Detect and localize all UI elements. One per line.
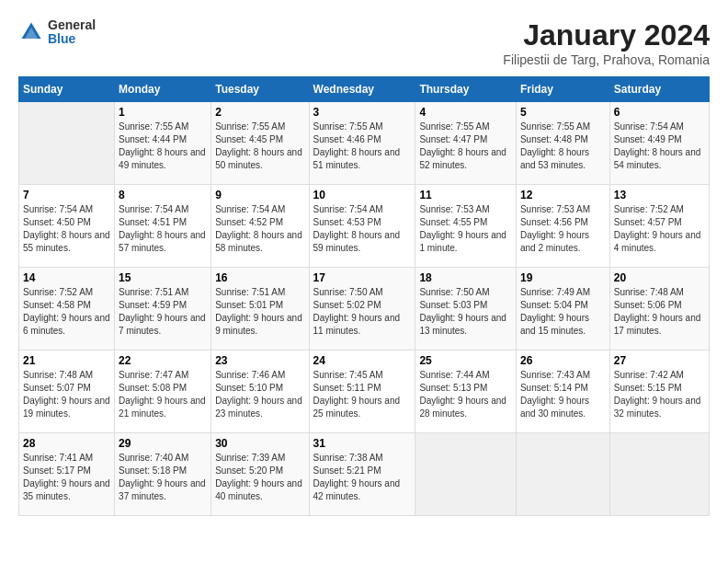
calendar-cell: 27Sunrise: 7:42 AM Sunset: 5:15 PM Dayli… <box>609 350 709 433</box>
calendar-cell: 16Sunrise: 7:51 AM Sunset: 5:01 PM Dayli… <box>211 268 309 350</box>
cell-info: Sunrise: 7:40 AM Sunset: 5:18 PM Dayligh… <box>119 452 207 503</box>
logo-text: General Blue <box>48 18 96 47</box>
cell-info: Sunrise: 7:49 AM Sunset: 5:04 PM Dayligh… <box>520 286 606 338</box>
column-header-friday: Friday <box>516 77 609 102</box>
cell-info: Sunrise: 7:46 AM Sunset: 5:10 PM Dayligh… <box>215 369 304 420</box>
day-number: 31 <box>313 437 412 450</box>
cell-info: Sunrise: 7:51 AM Sunset: 5:01 PM Dayligh… <box>215 286 304 338</box>
calendar-cell: 15Sunrise: 7:51 AM Sunset: 4:59 PM Dayli… <box>115 268 211 350</box>
calendar-cell <box>516 433 609 516</box>
cell-info: Sunrise: 7:52 AM Sunset: 4:58 PM Dayligh… <box>23 286 110 338</box>
calendar-week-row: 7Sunrise: 7:54 AM Sunset: 4:50 PM Daylig… <box>19 185 710 268</box>
calendar-cell: 20Sunrise: 7:48 AM Sunset: 5:06 PM Dayli… <box>609 268 709 350</box>
cell-info: Sunrise: 7:55 AM Sunset: 4:48 PM Dayligh… <box>520 121 606 172</box>
cell-info: Sunrise: 7:55 AM Sunset: 4:46 PM Dayligh… <box>313 121 412 172</box>
calendar-cell: 26Sunrise: 7:43 AM Sunset: 5:14 PM Dayli… <box>516 350 609 433</box>
calendar-table: SundayMondayTuesdayWednesdayThursdayFrid… <box>18 76 710 516</box>
day-number: 29 <box>119 437 207 450</box>
cell-info: Sunrise: 7:55 AM Sunset: 4:44 PM Dayligh… <box>119 121 207 172</box>
cell-info: Sunrise: 7:53 AM Sunset: 4:55 PM Dayligh… <box>419 203 512 255</box>
cell-info: Sunrise: 7:52 AM Sunset: 4:57 PM Dayligh… <box>614 203 705 255</box>
day-number: 2 <box>215 106 304 119</box>
cell-info: Sunrise: 7:38 AM Sunset: 5:21 PM Dayligh… <box>313 452 412 503</box>
cell-info: Sunrise: 7:53 AM Sunset: 4:56 PM Dayligh… <box>520 203 606 255</box>
calendar-cell: 8Sunrise: 7:54 AM Sunset: 4:51 PM Daylig… <box>115 185 211 268</box>
cell-info: Sunrise: 7:47 AM Sunset: 5:08 PM Dayligh… <box>119 369 207 420</box>
calendar-cell <box>609 433 709 516</box>
column-header-tuesday: Tuesday <box>211 77 309 102</box>
page-header: General Blue January 2024 Filipestii de … <box>18 18 710 67</box>
cell-info: Sunrise: 7:43 AM Sunset: 5:14 PM Dayligh… <box>520 369 606 420</box>
cell-info: Sunrise: 7:51 AM Sunset: 4:59 PM Dayligh… <box>119 286 207 338</box>
calendar-cell: 14Sunrise: 7:52 AM Sunset: 4:58 PM Dayli… <box>19 268 115 350</box>
calendar-cell: 25Sunrise: 7:44 AM Sunset: 5:13 PM Dayli… <box>415 350 517 433</box>
calendar-cell: 24Sunrise: 7:45 AM Sunset: 5:11 PM Dayli… <box>309 350 415 433</box>
calendar-cell: 3Sunrise: 7:55 AM Sunset: 4:46 PM Daylig… <box>309 102 415 185</box>
day-number: 18 <box>419 271 512 284</box>
calendar-cell: 19Sunrise: 7:49 AM Sunset: 5:04 PM Dayli… <box>516 268 609 350</box>
calendar-cell: 2Sunrise: 7:55 AM Sunset: 4:45 PM Daylig… <box>211 102 309 185</box>
calendar-cell: 17Sunrise: 7:50 AM Sunset: 5:02 PM Dayli… <box>309 268 415 350</box>
logo-icon <box>18 19 44 45</box>
day-number: 24 <box>313 354 412 367</box>
day-number: 17 <box>313 271 412 284</box>
calendar-cell: 11Sunrise: 7:53 AM Sunset: 4:55 PM Dayli… <box>415 185 517 268</box>
day-number: 8 <box>119 189 207 201</box>
calendar-week-row: 14Sunrise: 7:52 AM Sunset: 4:58 PM Dayli… <box>19 268 710 350</box>
day-number: 27 <box>614 354 705 367</box>
cell-info: Sunrise: 7:54 AM Sunset: 4:52 PM Dayligh… <box>215 203 304 255</box>
calendar-cell: 21Sunrise: 7:48 AM Sunset: 5:07 PM Dayli… <box>19 350 115 433</box>
cell-info: Sunrise: 7:48 AM Sunset: 5:07 PM Dayligh… <box>23 369 110 420</box>
calendar-cell: 9Sunrise: 7:54 AM Sunset: 4:52 PM Daylig… <box>211 185 309 268</box>
calendar-cell: 22Sunrise: 7:47 AM Sunset: 5:08 PM Dayli… <box>115 350 211 433</box>
calendar-cell: 12Sunrise: 7:53 AM Sunset: 4:56 PM Dayli… <box>516 185 609 268</box>
location-subtitle: Filipestii de Targ, Prahova, Romania <box>503 52 710 67</box>
calendar-cell <box>415 433 517 516</box>
day-number: 5 <box>520 106 606 119</box>
calendar-cell: 30Sunrise: 7:39 AM Sunset: 5:20 PM Dayli… <box>211 433 309 516</box>
calendar-cell: 18Sunrise: 7:50 AM Sunset: 5:03 PM Dayli… <box>415 268 517 350</box>
cell-info: Sunrise: 7:39 AM Sunset: 5:20 PM Dayligh… <box>215 452 304 503</box>
day-number: 19 <box>520 271 606 284</box>
day-number: 23 <box>215 354 304 367</box>
day-number: 21 <box>23 354 110 367</box>
title-section: January 2024 Filipestii de Targ, Prahova… <box>503 18 710 67</box>
logo: General Blue <box>18 18 96 47</box>
day-number: 28 <box>23 437 110 450</box>
column-header-sunday: Sunday <box>19 77 115 102</box>
calendar-cell: 10Sunrise: 7:54 AM Sunset: 4:53 PM Dayli… <box>309 185 415 268</box>
cell-info: Sunrise: 7:54 AM Sunset: 4:51 PM Dayligh… <box>119 203 207 255</box>
logo-general: General <box>48 18 96 32</box>
calendar-cell: 28Sunrise: 7:41 AM Sunset: 5:17 PM Dayli… <box>19 433 115 516</box>
calendar-cell: 7Sunrise: 7:54 AM Sunset: 4:50 PM Daylig… <box>19 185 115 268</box>
cell-info: Sunrise: 7:55 AM Sunset: 4:45 PM Dayligh… <box>215 121 304 172</box>
day-number: 10 <box>313 189 412 201</box>
calendar-header-row: SundayMondayTuesdayWednesdayThursdayFrid… <box>19 77 710 102</box>
column-header-monday: Monday <box>115 77 211 102</box>
calendar-cell: 4Sunrise: 7:55 AM Sunset: 4:47 PM Daylig… <box>415 102 517 185</box>
month-title: January 2024 <box>503 18 710 52</box>
day-number: 16 <box>215 271 304 284</box>
cell-info: Sunrise: 7:44 AM Sunset: 5:13 PM Dayligh… <box>419 369 512 420</box>
calendar-cell: 6Sunrise: 7:54 AM Sunset: 4:49 PM Daylig… <box>609 102 709 185</box>
day-number: 20 <box>614 271 705 284</box>
cell-info: Sunrise: 7:50 AM Sunset: 5:02 PM Dayligh… <box>313 286 412 338</box>
calendar-cell: 31Sunrise: 7:38 AM Sunset: 5:21 PM Dayli… <box>309 433 415 516</box>
logo-blue-text: Blue <box>48 32 96 46</box>
column-header-thursday: Thursday <box>415 77 517 102</box>
day-number: 7 <box>23 189 110 201</box>
day-number: 26 <box>520 354 606 367</box>
calendar-week-row: 28Sunrise: 7:41 AM Sunset: 5:17 PM Dayli… <box>19 433 710 516</box>
day-number: 1 <box>119 106 207 119</box>
day-number: 3 <box>313 106 412 119</box>
day-number: 9 <box>215 189 304 201</box>
cell-info: Sunrise: 7:54 AM Sunset: 4:50 PM Dayligh… <box>23 203 110 255</box>
day-number: 6 <box>614 106 705 119</box>
column-header-wednesday: Wednesday <box>309 77 415 102</box>
day-number: 14 <box>23 271 110 284</box>
calendar-week-row: 21Sunrise: 7:48 AM Sunset: 5:07 PM Dayli… <box>19 350 710 433</box>
calendar-week-row: 1Sunrise: 7:55 AM Sunset: 4:44 PM Daylig… <box>19 102 710 185</box>
day-number: 22 <box>119 354 207 367</box>
day-number: 25 <box>419 354 512 367</box>
day-number: 15 <box>119 271 207 284</box>
